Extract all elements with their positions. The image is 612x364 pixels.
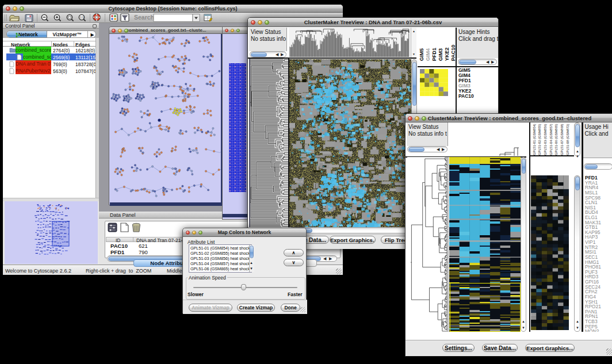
svg-text:GPL51-02 (GSM855): GPL51-02 (GSM855) (538, 124, 541, 155)
svg-text:GPL51-01 (GSM854): GPL51-01 (GSM854) (533, 124, 536, 155)
svg-text:GPL51-03 (GSM856): GPL51-03 (GSM856) (544, 124, 547, 155)
svg-text:GIM4: GIM4 (425, 48, 431, 61)
svg-text:PFD1: PFD1 (431, 48, 437, 61)
svg-text:GIM5: GIM5 (419, 48, 424, 61)
svg-text:GPL51-07 (GSM868): GPL51-07 (GSM868) (560, 124, 564, 155)
svg-text:GPL51-08 (GSM872): GPL51-08 (GSM872) (566, 124, 569, 155)
svg-text:YKE2: YKE2 (444, 47, 450, 61)
svg-text:GIM3: GIM3 (438, 48, 443, 61)
svg-text:1:1: 1:1 (80, 16, 84, 19)
svg-text:GPL51-04 (GSM857): GPL51-04 (GSM857) (549, 124, 553, 155)
svg-text:Search:: Search: (134, 14, 156, 21)
svg-text:GPL51-06 (GSM865): GPL51-06 (GSM865) (554, 124, 558, 155)
svg-text:PAC10: PAC10 (450, 45, 456, 61)
